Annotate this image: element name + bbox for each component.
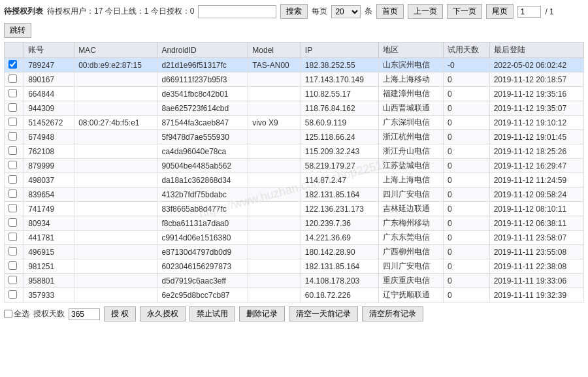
row-checkbox[interactable] xyxy=(8,247,17,255)
cell-androidid: 8ae625723f614cbd xyxy=(157,101,248,116)
cell-account: 498037 xyxy=(24,173,74,188)
per-page-select[interactable]: 20 50 100 xyxy=(331,5,361,18)
row-checkbox[interactable] xyxy=(8,161,17,169)
cell-checkbox[interactable] xyxy=(5,173,24,188)
cell-model xyxy=(248,231,301,245)
cell-checkbox[interactable] xyxy=(5,245,24,259)
cell-checkbox[interactable] xyxy=(5,116,24,130)
cell-ip: 117.143.170.149 xyxy=(301,73,379,87)
cell-account: 762108 xyxy=(24,144,74,159)
per-page-unit: 条 xyxy=(365,6,372,17)
trial-days-input[interactable] xyxy=(69,308,100,320)
delete-button[interactable]: 删除记录 xyxy=(239,306,285,321)
row-checkbox[interactable] xyxy=(8,290,17,299)
cell-lastlogin: 2019-11-12 08:10:11 xyxy=(489,202,583,216)
cell-mac xyxy=(74,188,157,202)
permanent-auth-button[interactable]: 永久授权 xyxy=(140,306,186,321)
last-page-button[interactable]: 尾页 xyxy=(486,4,514,19)
th-androidid: AndroidID xyxy=(157,42,248,58)
cell-checkbox[interactable] xyxy=(5,216,24,231)
select-all-label[interactable]: 全选 xyxy=(4,308,29,320)
search-input[interactable] xyxy=(198,5,276,18)
prev-page-button[interactable]: 上一页 xyxy=(408,4,443,19)
per-page-label: 每页 xyxy=(312,6,327,17)
cell-checkbox[interactable] xyxy=(5,159,24,173)
cell-ip: 182.131.85.164 xyxy=(301,188,379,202)
cell-model xyxy=(248,87,301,101)
cell-checkbox[interactable] xyxy=(5,274,24,288)
page-input[interactable] xyxy=(517,6,541,18)
row-checkbox[interactable] xyxy=(8,276,17,284)
row-checkbox[interactable] xyxy=(8,103,17,112)
cell-model xyxy=(248,288,301,303)
cell-mac xyxy=(74,73,157,87)
cell-checkbox[interactable] xyxy=(5,202,24,216)
row-checkbox[interactable] xyxy=(8,60,17,69)
cell-checkbox[interactable] xyxy=(5,73,24,87)
cell-lastlogin: 2019-11-12 19:10:12 xyxy=(489,116,583,130)
cell-account: 944309 xyxy=(24,101,74,116)
th-account: 账号 xyxy=(24,42,74,58)
cell-checkbox[interactable] xyxy=(5,231,24,245)
table-row: 958801d5d7919c6aac3eff14.108.178.203重庆重庆… xyxy=(5,274,584,288)
cell-checkbox[interactable] xyxy=(5,87,24,101)
disable-trial-button[interactable]: 禁止试用 xyxy=(189,306,235,321)
cell-androidid: de3541fbc8c42b01 xyxy=(157,87,248,101)
cell-checkbox[interactable] xyxy=(5,288,24,303)
cell-region: 山东滨州电信 xyxy=(379,58,444,73)
select-all-checkbox[interactable] xyxy=(4,310,12,318)
row-checkbox[interactable] xyxy=(8,218,17,227)
cell-checkbox[interactable] xyxy=(5,130,24,144)
cell-mac xyxy=(74,130,157,144)
cell-lastlogin: 2019-11-11 23:58:07 xyxy=(489,231,583,245)
cell-trial: 0 xyxy=(443,202,489,216)
cell-trial: 0 xyxy=(443,101,489,116)
cell-checkbox[interactable] xyxy=(5,188,24,202)
cell-ip: 60.18.72.226 xyxy=(301,288,379,303)
cell-region: 上海上海电信 xyxy=(379,173,444,188)
row-checkbox[interactable] xyxy=(8,132,17,140)
row-checkbox[interactable] xyxy=(8,89,17,97)
clear-yesterday-button[interactable]: 清空一天前记录 xyxy=(289,306,358,321)
search-button[interactable]: 搜索 xyxy=(280,4,308,19)
goto-button[interactable]: 跳转 xyxy=(4,23,31,38)
row-checkbox[interactable] xyxy=(8,175,17,184)
row-checkbox[interactable] xyxy=(8,146,17,155)
row-checkbox[interactable] xyxy=(8,261,17,270)
cell-androidid: e87130d4797db0d9 xyxy=(157,245,248,259)
cell-androidid: 6023046156297873 xyxy=(157,259,248,274)
cell-checkbox[interactable] xyxy=(5,58,24,73)
th-ip: IP xyxy=(301,42,379,58)
table-row: 9812516023046156297873182.131.85.164四川广安… xyxy=(5,259,584,274)
auth-button[interactable]: 授 权 xyxy=(104,306,136,321)
row-checkbox[interactable] xyxy=(8,189,17,198)
table-row: 87999990504be4485ab56258.219.179.27江苏盐城电… xyxy=(5,159,584,173)
first-page-button[interactable]: 首页 xyxy=(376,4,404,19)
row-checkbox[interactable] xyxy=(8,204,17,212)
main-container: 待授权列表 待授权用户：17 今日上线：1 今日授权：0 搜索 每页 20 50… xyxy=(0,0,588,377)
row-checkbox[interactable] xyxy=(8,118,17,126)
row-checkbox[interactable] xyxy=(8,74,17,83)
cell-lastlogin: 2019-11-12 19:35:16 xyxy=(489,87,583,101)
th-checkbox xyxy=(5,42,24,58)
table-row: 664844de3541fbc8c42b01110.82.55.17福建漳州电信… xyxy=(5,87,584,101)
clear-all-button[interactable]: 清空所有记录 xyxy=(362,306,423,321)
cell-checkbox[interactable] xyxy=(5,101,24,116)
footer-bar: 全选 授权天数 授 权 永久授权 禁止试用 删除记录 清空一天前记录 清空所有记… xyxy=(4,306,584,321)
cell-ip: 110.82.55.17 xyxy=(301,87,379,101)
cell-model xyxy=(248,259,301,274)
cell-lastlogin: 2019-11-12 11:24:59 xyxy=(489,173,583,188)
page-total: / 1 xyxy=(545,7,553,16)
table-row: 9443098ae625723f614cbd118.76.84.162山西晋城联… xyxy=(5,101,584,116)
cell-checkbox[interactable] xyxy=(5,259,24,274)
cell-model xyxy=(248,202,301,216)
cell-lastlogin: 2019-11-12 19:01:45 xyxy=(489,130,583,144)
cell-trial: 0 xyxy=(443,188,489,202)
row-checkbox[interactable] xyxy=(8,233,17,241)
cell-account: 357933 xyxy=(24,288,74,303)
cell-ip: 114.87.2.47 xyxy=(301,173,379,188)
cell-checkbox[interactable] xyxy=(5,144,24,159)
next-page-button[interactable]: 下一页 xyxy=(447,4,482,19)
cell-region: 上海上海移动 xyxy=(379,73,444,87)
cell-lastlogin: 2019-11-12 16:29:47 xyxy=(489,159,583,173)
